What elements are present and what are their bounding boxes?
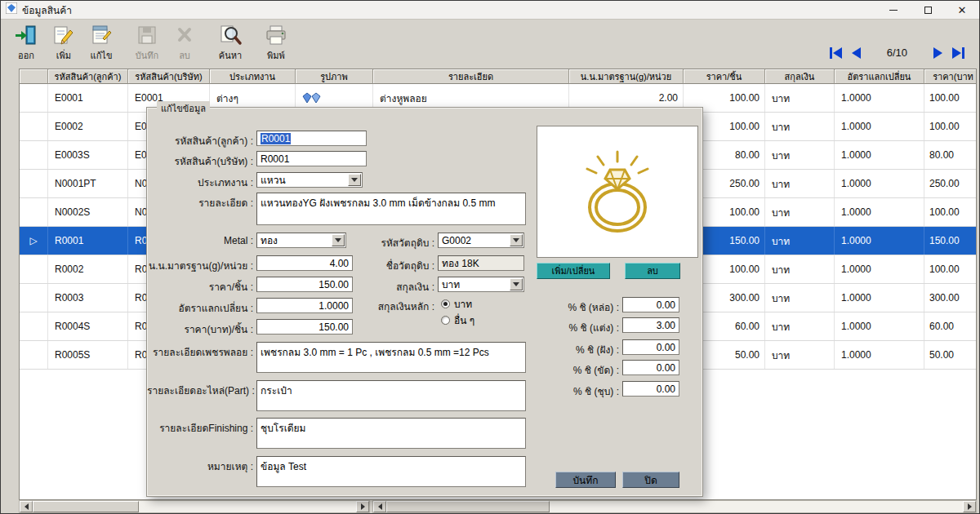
col-header-selector[interactable] <box>20 69 48 84</box>
image-delete-button[interactable]: ลบ <box>625 263 680 279</box>
weight-field[interactable]: 4.00 <box>256 255 353 271</box>
delete-icon <box>172 24 197 47</box>
scroll-right-icon[interactable] <box>356 501 369 512</box>
close-button[interactable]: ✕ <box>945 1 979 20</box>
scroll-right-icon[interactable] <box>963 501 976 512</box>
price-baht-cell: 100.00 <box>924 84 977 112</box>
main-currency-other-radio[interactable]: อื่น ๆ <box>441 312 474 328</box>
code-customer-field[interactable]: R0001 <box>256 131 367 146</box>
price-baht-cell: 80.00 <box>924 141 977 169</box>
col-header-price[interactable]: ราคา/ชิ้น <box>684 69 765 84</box>
print-label: พิมพ์ <box>267 48 285 63</box>
save-button[interactable]: บันทึก <box>128 22 166 64</box>
maximize-button[interactable] <box>911 1 945 20</box>
save-label: บันทึก <box>136 48 158 63</box>
radio-checked-icon <box>441 299 450 308</box>
rate-cell: 1.0000 <box>835 284 924 312</box>
dialog-save-button[interactable]: บันทึก <box>555 472 616 488</box>
chevron-down-icon[interactable] <box>510 278 523 290</box>
currency-cell: บาท <box>765 141 835 169</box>
percent-finishing-label: % ชิ (แต่ง) : <box>521 320 619 335</box>
percent-casting-field[interactable]: 0.00 <box>622 297 679 312</box>
material-name-field[interactable]: ทอง 18K <box>438 255 524 271</box>
code-customer-cell: R0005S <box>48 341 128 369</box>
currency-select[interactable]: บาท <box>438 277 524 292</box>
delete-label: ลบ <box>179 48 190 63</box>
rate-cell: 1.0000 <box>835 198 924 226</box>
dialog-close-button[interactable]: ปิด <box>622 472 679 488</box>
material-name-label: ชื่อวัตถุดิบ : <box>343 258 434 273</box>
next-record-button[interactable] <box>933 47 942 59</box>
rate-cell: 1.0000 <box>835 312 924 340</box>
main-currency-baht-radio[interactable]: บาท <box>441 296 472 312</box>
price-baht-cell: 60.00 <box>924 312 977 340</box>
row-marker-cell <box>20 141 48 169</box>
price-baht-field[interactable]: 150.00 <box>256 319 353 335</box>
scrollbar-thumb[interactable] <box>33 501 139 512</box>
rate-cell: 1.0000 <box>835 341 924 369</box>
currency-cell: บาท <box>765 113 835 140</box>
previous-record-button[interactable] <box>852 47 861 59</box>
percent-setting-label: % ชิ (ฝัง) : <box>521 342 619 357</box>
col-header-code-company[interactable]: รหัสสินค้า(บริษัท) <box>128 69 210 84</box>
col-header-code-customer[interactable]: รหัสสินค้า(ลูกค้า) <box>48 69 128 84</box>
col-header-image[interactable]: รูปภาพ <box>296 69 373 84</box>
part-detail-field[interactable]: กระเป๋า <box>256 380 526 411</box>
rate-cell: 1.0000 <box>835 84 924 112</box>
price-baht-cell: 250.00 <box>924 170 977 197</box>
code-company-field[interactable]: R0001 <box>256 151 367 166</box>
price-baht-cell: 50.00 <box>924 341 977 369</box>
percent-plating-field[interactable]: 0.00 <box>622 381 679 397</box>
price-baht-cell: 100.00 <box>924 113 977 140</box>
price-field[interactable]: 150.00 <box>256 277 353 292</box>
rate-cell: 1.0000 <box>835 141 924 169</box>
exit-button[interactable]: ออก <box>7 22 45 64</box>
note-label: หมายเหตุ : <box>147 459 253 474</box>
scrollbar-thumb[interactable] <box>386 501 550 512</box>
window-titlebar: ข้อมูลสินค้า ✕ <box>1 1 979 20</box>
minimize-button[interactable] <box>876 1 911 20</box>
exit-label: ออก <box>18 48 34 63</box>
percent-polish-field[interactable]: 0.00 <box>622 360 679 375</box>
code-customer-cell: R0001 <box>48 227 128 255</box>
scroll-left-icon[interactable] <box>373 501 386 512</box>
search-button[interactable]: ค้นหา <box>212 22 249 64</box>
percent-finishing-field[interactable]: 3.00 <box>622 317 679 333</box>
scrollbar-track[interactable] <box>139 501 356 512</box>
metal-select[interactable]: ทอง <box>256 233 346 248</box>
col-header-description[interactable]: รายละเอียด <box>373 69 569 84</box>
delete-button[interactable]: ลบ <box>166 22 203 64</box>
part-detail-label: รายละเอียดอะไหล่(Part) : <box>147 383 253 398</box>
scroll-left-icon[interactable] <box>20 501 33 512</box>
col-header-currency[interactable]: สกุลเงิน <box>765 69 835 84</box>
exchange-rate-label: อัตราแลกเปลี่ยน : <box>147 300 253 316</box>
code-company-label: รหัสสินค้า(บริษัท) : <box>147 153 253 169</box>
chevron-down-icon[interactable] <box>348 174 361 186</box>
col-header-weight[interactable]: น.น.มาตรฐาน(g)/หน่วย <box>569 69 684 84</box>
image-add-change-button[interactable]: เพิ่ม/เปลี่ยน <box>537 263 610 279</box>
grid-hscrollbar-right[interactable] <box>372 500 977 513</box>
app-icon <box>6 2 17 17</box>
percent-setting-field[interactable]: 0.00 <box>622 339 679 355</box>
work-type-select[interactable]: แหวน <box>256 172 363 188</box>
finishing-field[interactable]: ชุบโรเดียม <box>256 418 526 449</box>
code-customer-cell: E0003S <box>48 141 128 169</box>
code-customer-cell: R0002 <box>48 255 128 283</box>
last-record-button[interactable] <box>952 47 964 59</box>
edit-button[interactable]: แก้ไข <box>82 22 120 64</box>
chevron-down-icon[interactable] <box>510 234 523 246</box>
first-record-button[interactable] <box>830 47 842 59</box>
currency-cell: บาท <box>765 284 835 312</box>
description-field[interactable]: แหวนทองYG ฝังเพชรกลม 3.0 mm เม็ดข้างกลม … <box>256 193 526 225</box>
add-button[interactable]: เพิ่ม <box>45 22 82 64</box>
scrollbar-track[interactable] <box>550 501 963 512</box>
gem-detail-field[interactable]: เพชรกลม 3.0 mm = 1 Pc , เพชรกลม 0.5 mm =… <box>256 342 526 373</box>
print-button[interactable]: พิมพ์ <box>257 22 295 64</box>
col-header-rate[interactable]: อัตราแลกเปลี่ยน <box>835 69 924 84</box>
col-header-price-baht[interactable]: ราคา(บาท <box>924 69 977 84</box>
exchange-rate-field[interactable]: 1.0000 <box>256 298 353 313</box>
note-field[interactable]: ข้อมูล Test <box>256 456 526 487</box>
material-code-select[interactable]: G0002 <box>438 233 524 248</box>
grid-hscrollbar-left[interactable] <box>19 500 370 513</box>
col-header-work-type[interactable]: ประเภทงาน <box>210 69 296 84</box>
